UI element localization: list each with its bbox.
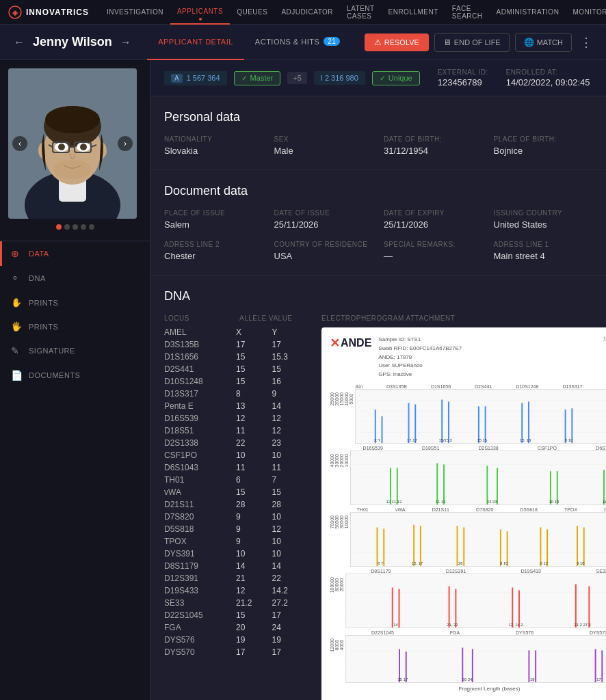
sidebar-label-prints-2: PRINTS: [29, 323, 58, 331]
end-of-life-button[interactable]: 🖥 END OF LIFE: [434, 33, 510, 52]
forward-button[interactable]: →: [118, 33, 134, 51]
nav-item-administration[interactable]: ADMINISTRATION: [490, 0, 566, 25]
ande-id: ANDE: 17878: [378, 353, 462, 362]
photo-dot-4[interactable]: [81, 224, 86, 230]
dna-allele-b: 9: [272, 389, 308, 399]
tab-applicant-detail[interactable]: APPLICANT DETAIL: [147, 25, 244, 60]
nav-item-enrollment[interactable]: ENROLLMENT: [382, 0, 445, 25]
more-options-button[interactable]: ⋮: [577, 35, 595, 50]
dna-row: D2S1338 22 23: [164, 437, 308, 449]
sidebar-item-signature[interactable]: ✎ SIGNATURE: [0, 338, 150, 363]
dna-allele-b: 10: [272, 512, 308, 522]
dna-allele-b: 19: [272, 635, 308, 645]
dna-content: LOCUS ALLELE VALUE AMEL X Y D3S135B 17 1…: [164, 314, 592, 700]
external-id-label: EXTERNAL ID:: [438, 68, 488, 76]
locus-col-header: LOCUS: [164, 314, 239, 322]
nav-item-monitoring[interactable]: MONITORING: [566, 0, 606, 25]
dna-row: D1S1656 15 15.3: [164, 351, 308, 363]
dna-allele-a: 10: [236, 549, 272, 558]
nav-items: INVESTIGATION APPLICANTS QUEUES ADJUDICA…: [100, 0, 606, 25]
sidebar-label-dna: DNA: [29, 274, 46, 282]
dna-allele-b: 27.2: [272, 598, 308, 608]
sidebar-item-prints-2[interactable]: 🖐 PRINTS: [0, 314, 150, 338]
dna-locus: D18S51: [164, 426, 236, 435]
dna-row: DYS391 10 10: [164, 548, 308, 560]
back-button[interactable]: ←: [11, 33, 27, 51]
dna-allele-b: 17: [272, 647, 308, 657]
nationality-value: Slovakia: [164, 146, 263, 156]
sidebar-item-prints-1[interactable]: ✋ PRINTS: [0, 291, 150, 314]
external-id-field: EXTERNAL ID: 123456789: [438, 68, 488, 88]
tab-actions-hits[interactable]: ACTIONS & HITS 21: [244, 25, 352, 60]
record-header: A 1 567 364 ✓ Master +5 I 2 316 980 ✓ Un…: [150, 60, 606, 96]
dna-row: D8S1179 14 14: [164, 560, 308, 572]
electro-chart-3: TH01vWAD21S11D7S820D5S818TPOXDYS391 7000…: [330, 507, 606, 567]
dna-row: D19S433 12 14.2: [164, 584, 308, 597]
prints-icon-1: ✋: [11, 297, 22, 308]
photo-prev-button[interactable]: ‹: [12, 136, 27, 151]
dna-allele-b: 17: [272, 610, 308, 620]
svg-text:15, 16: 15, 16: [520, 438, 531, 442]
country-of-residence-label: COUNTRY OF RESIDENCE: [274, 241, 373, 248]
dna-allele-b: 15: [272, 487, 308, 497]
nav-item-applicants[interactable]: APPLICANTS: [170, 0, 230, 25]
electro-chart-4: D8S1179D12S391D19S433SE33 10000060000200…: [330, 568, 606, 628]
dna-row: D7S820 9 10: [164, 511, 308, 523]
pob-value: Bojnice: [494, 146, 593, 156]
svg-text:11  12: 11 12: [436, 500, 446, 504]
photo-dot-2[interactable]: [64, 224, 70, 230]
issuing-country-label: ISSUING COUNTRY: [494, 209, 593, 217]
dna-allele-a: 8: [236, 389, 272, 399]
nav-item-face-search[interactable]: FACE SEARCH: [445, 0, 490, 25]
sidebar-item-dna[interactable]: ⚬ DNA: [0, 266, 150, 291]
dna-locus: D5S818: [164, 524, 236, 534]
svg-text:22  23: 22 23: [487, 500, 497, 504]
dna-locus: Penta E: [164, 401, 236, 411]
dna-locus: DYS391: [164, 549, 236, 558]
electro-gps: GPS: Inactive: [378, 371, 462, 379]
sidebar-item-documents[interactable]: 📄 DOCUMENTS: [0, 363, 150, 388]
svg-text:21, 22: 21, 22: [447, 623, 458, 627]
photo-dot-1[interactable]: [56, 224, 62, 230]
hits-badge: 21: [324, 37, 340, 46]
logo[interactable]: ◈ INNOVATRICS: [8, 5, 89, 19]
dna-row: D5S818 9 12: [164, 523, 308, 535]
special-remarks-value: —: [384, 251, 483, 261]
dna-locus: D6S1043: [164, 463, 236, 472]
nav-item-investigation[interactable]: INVESTIGATION: [100, 0, 170, 25]
dna-allele-a: 9: [236, 512, 272, 522]
photo-dot-5[interactable]: [89, 224, 94, 230]
applicants-badge: [199, 18, 202, 21]
dna-allele-b: 12: [272, 414, 308, 423]
resolve-button[interactable]: ⚠ RESOLVE: [365, 33, 429, 51]
svg-text:35  17: 35 17: [398, 677, 408, 682]
svg-text:12, 14.2: 12, 14.2: [509, 623, 523, 627]
photo-container: ‹ ›: [8, 68, 137, 219]
dna-section: DNA LOCUS ALLELE VALUE AMEL X Y D3S135B …: [150, 275, 606, 700]
nav-item-queues[interactable]: QUEUES: [230, 0, 274, 25]
svg-text:14: 14: [393, 623, 398, 627]
dna-locus: D7S820: [164, 512, 236, 522]
dna-table-header: LOCUS ALLELE VALUE: [164, 314, 308, 322]
photo-dot-3[interactable]: [73, 224, 78, 230]
photo-next-button[interactable]: ›: [118, 136, 133, 151]
record-badge-1: A 1 567 364: [164, 71, 227, 85]
dna-locus: D8S1179: [164, 561, 236, 571]
dna-locus: FGA: [164, 623, 236, 632]
sidebar-item-data[interactable]: ⊕ DATA: [0, 241, 150, 266]
logo-text: INNOVATRICS: [26, 8, 89, 17]
nav-item-adjudicator[interactable]: ADJUDICATOR: [274, 0, 340, 25]
match-button[interactable]: 🌐 MATCH: [515, 33, 572, 52]
dna-allele-b: 12: [272, 426, 308, 435]
address-line1-label: ADRESS LINE 1: [494, 241, 593, 248]
enrolled-at-value: 14/02/2022, 09:02:45: [506, 77, 590, 88]
dna-row: D2S441 15 15: [164, 363, 308, 375]
nav-item-latent-cases[interactable]: LATENT CASES: [340, 0, 381, 25]
dna-allele-a: 22: [236, 438, 272, 448]
external-id-value: 123456789: [438, 77, 488, 88]
document-data-section: Document data PLACE OF ISSUE Salem DATE …: [150, 170, 606, 275]
special-remarks-label: SPECIAL REMARKS:: [384, 241, 483, 248]
dna-allele-a: 13: [236, 401, 272, 411]
svg-point-18: [80, 144, 87, 150]
dna-allele-a: 20: [236, 623, 272, 632]
